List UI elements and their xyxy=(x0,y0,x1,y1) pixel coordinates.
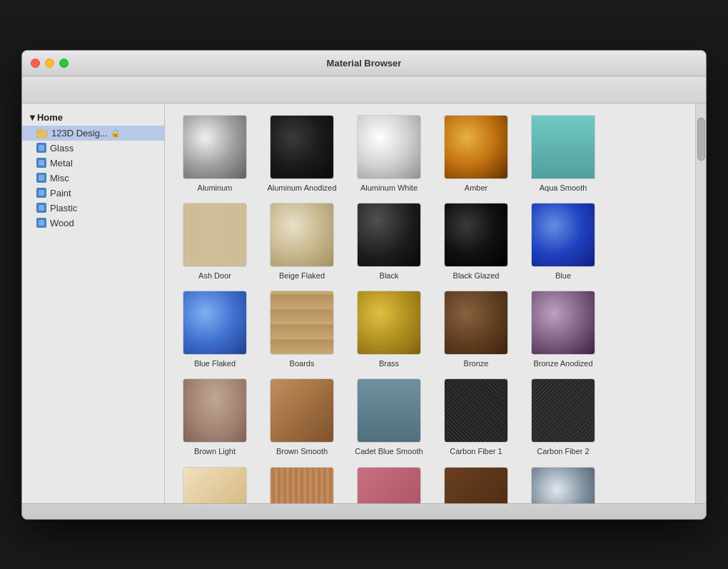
statusbar xyxy=(22,503,706,519)
material-thumbnail xyxy=(444,115,508,179)
sidebar-item-paint[interactable]: Paint xyxy=(22,186,164,201)
sidebar-item-folder[interactable]: 123D Desig... 🔒 xyxy=(22,126,164,141)
material-thumbnail xyxy=(531,203,595,267)
minimize-button[interactable] xyxy=(45,59,54,68)
material-thumbnail xyxy=(183,203,247,267)
sidebar: ▼ Home 123D Desig... 🔒 Glass Metal xyxy=(22,104,165,503)
material-label: Blue xyxy=(555,271,571,281)
folder-icon xyxy=(36,129,48,138)
material-item-cherry-1[interactable]: Cherry 1 xyxy=(172,463,258,503)
material-item-ash-door[interactable]: Ash Door xyxy=(172,198,258,285)
window-title: Material Browser xyxy=(327,58,402,69)
material-item-aluminum-anodized[interactable]: Aluminum Anodized xyxy=(259,111,345,197)
category-label: Glass xyxy=(50,143,74,153)
content-area: ▼ Home 123D Desig... 🔒 Glass Metal xyxy=(22,104,706,503)
sidebar-home[interactable]: ▼ Home xyxy=(22,109,164,126)
material-item-amber[interactable]: Amber xyxy=(433,111,519,197)
material-item-cadet-blue-smooth[interactable]: Cadet Blue Smooth xyxy=(346,374,432,460)
material-item-brass[interactable]: Brass xyxy=(346,286,432,373)
material-item-carbon-fiber-1[interactable]: Carbon Fiber 1 xyxy=(433,374,519,460)
material-label: Brass xyxy=(379,358,399,368)
material-item-chrome-small[interactable]: Chrome xyxy=(520,463,606,503)
category-icon xyxy=(36,218,46,228)
material-thumbnail xyxy=(444,378,508,443)
lock-icon: 🔒 xyxy=(111,129,121,138)
material-item-dark-brown[interactable]: Dark Brown xyxy=(433,463,519,503)
material-label: Carbon Fiber 2 xyxy=(537,446,589,456)
category-label: Wood xyxy=(50,218,74,228)
material-label: Boards xyxy=(290,358,315,368)
material-label: Brown Light xyxy=(194,446,236,456)
material-label: Black Glazed xyxy=(453,271,500,281)
material-item-brown-smooth[interactable]: Brown Smooth xyxy=(259,374,345,460)
material-thumbnail xyxy=(270,291,334,355)
material-item-pink-mat[interactable]: Clay Pink xyxy=(346,463,432,503)
material-label: Aluminum Anodized xyxy=(267,183,336,193)
material-item-bronze[interactable]: Bronze xyxy=(433,286,519,373)
material-item-blue-flaked[interactable]: Blue Flaked xyxy=(172,286,258,373)
traffic-lights xyxy=(31,59,69,68)
material-thumbnail xyxy=(183,467,247,503)
material-label: Bronze xyxy=(464,358,489,368)
category-icon xyxy=(36,143,46,153)
material-label: Aqua Smooth xyxy=(540,183,587,193)
material-thumbnail xyxy=(183,115,247,179)
material-browser-window: Material Browser ▼ Home 123D Desig... 🔒 xyxy=(21,50,707,520)
material-item-blue[interactable]: Blue xyxy=(520,198,606,285)
material-item-boards[interactable]: Boards xyxy=(259,286,345,373)
category-icon xyxy=(36,203,46,213)
maximize-button[interactable] xyxy=(59,59,69,68)
material-thumbnail xyxy=(183,378,247,443)
toolbar xyxy=(22,76,706,104)
triangle-icon: ▼ xyxy=(28,112,37,123)
material-item-black-glazed[interactable]: Black Glazed xyxy=(433,198,519,285)
material-item-beige-flaked[interactable]: Beige Flaked xyxy=(259,198,345,285)
material-thumbnail xyxy=(270,115,334,179)
material-item-aqua-smooth[interactable]: Aqua Smooth xyxy=(520,111,606,197)
category-icon xyxy=(36,158,46,168)
material-label: Aluminum xyxy=(198,183,233,193)
category-label: Misc xyxy=(50,173,69,183)
material-thumbnail xyxy=(531,378,595,443)
material-thumbnail xyxy=(531,467,595,503)
material-label: Bronze Anodized xyxy=(533,358,592,368)
material-label: Brown Smooth xyxy=(276,446,328,456)
material-label: Amber xyxy=(465,183,487,193)
material-thumbnail xyxy=(444,291,508,355)
material-label: Beige Flaked xyxy=(279,271,325,281)
material-item-bronze-anodized[interactable]: Bronze Anodized xyxy=(520,286,606,373)
material-thumbnail xyxy=(270,203,334,267)
material-thumbnail xyxy=(270,378,334,443)
sidebar-item-plastic[interactable]: Plastic xyxy=(22,201,164,216)
home-label-text: Home xyxy=(37,112,63,123)
sidebar-item-metal[interactable]: Metal xyxy=(22,156,164,171)
material-label: Ash Door xyxy=(198,271,231,281)
material-grid: Aluminum Aluminum Anodized Aluminum Whit… xyxy=(165,104,695,503)
material-thumbnail xyxy=(270,467,334,503)
scrollbar-thumb[interactable] xyxy=(697,118,705,161)
category-label: Metal xyxy=(50,158,73,168)
sidebar-item-glass[interactable]: Glass xyxy=(22,141,164,156)
material-thumbnail xyxy=(357,378,421,443)
category-label: Paint xyxy=(50,188,71,198)
material-thumbnail xyxy=(444,467,508,503)
material-thumbnail xyxy=(357,291,421,355)
material-thumbnail xyxy=(531,115,595,179)
material-item-carbon-fiber-2[interactable]: Carbon Fiber 2 xyxy=(520,374,606,460)
material-item-cherry-2[interactable]: Cherry 2 xyxy=(259,463,345,503)
sidebar-categories: Glass Metal Misc Paint Plastic Wood xyxy=(22,141,164,231)
sidebar-item-misc[interactable]: Misc xyxy=(22,171,164,186)
close-button[interactable] xyxy=(31,59,40,68)
scrollbar[interactable] xyxy=(695,104,706,503)
sidebar-item-wood[interactable]: Wood xyxy=(22,216,164,231)
material-item-aluminum[interactable]: Aluminum xyxy=(172,111,258,197)
material-item-black[interactable]: Black xyxy=(346,198,432,285)
material-item-aluminum-white[interactable]: Aluminum White xyxy=(346,111,432,197)
folder-label: 123D Desig... xyxy=(51,128,108,139)
material-thumbnail xyxy=(444,203,508,267)
material-label: Aluminum White xyxy=(360,183,418,193)
material-thumbnail xyxy=(183,291,247,355)
material-item-brown-light[interactable]: Brown Light xyxy=(172,374,258,460)
titlebar: Material Browser xyxy=(22,51,706,76)
material-label: Cadet Blue Smooth xyxy=(355,446,423,456)
